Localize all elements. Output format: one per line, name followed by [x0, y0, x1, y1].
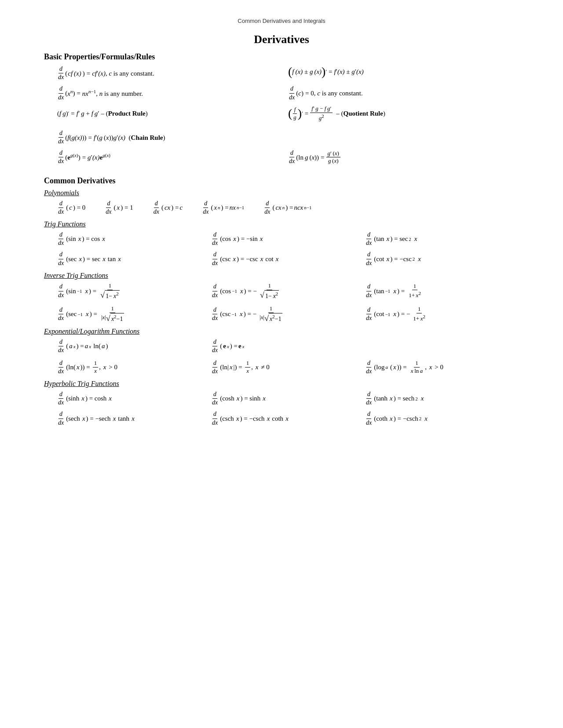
log-d-lnabs: d dx — [211, 359, 219, 375]
inv-d-csc: d dx — [211, 306, 219, 322]
poly-d2: d dx — [105, 200, 112, 216]
formula-xn: d dx ( xn ) = nxn−1, n is any number. — [57, 85, 288, 101]
inv-csc: d dx (csc−1 x) = − 1 |x| √ x2−1 — [211, 305, 365, 323]
log-loga: d dx (loga (x)) = 1 x ln a , x > 0 — [365, 359, 519, 375]
d-bot-c: dx — [288, 94, 296, 102]
poly-dxn: d dx (xn) = nxn−1 — [202, 200, 244, 216]
poly-d3: d dx — [153, 200, 160, 216]
polynomials-title: Polynomials — [44, 189, 519, 197]
inv-d-sin: d dx — [57, 283, 65, 299]
trig-d-csc: d dx — [211, 251, 219, 267]
exp-ax: d dx (ax) = ax ln(a) — [57, 338, 211, 354]
ln-result-frac: g′ (x) g (x) — [326, 150, 340, 165]
basic-r1-left: d dx ( cf (x) ) = cf′(x), c is any const… — [57, 65, 288, 85]
chain-eq: = — [88, 131, 92, 144]
ln-expr: ln g (x) — [298, 151, 317, 164]
explog-formulas: d dx (ax) = ax ln(a) d dx (ex) = ex — [57, 338, 519, 375]
poly-d4-bot: dx — [202, 208, 209, 216]
poly-d3-top: d — [154, 200, 159, 208]
formula-product: (f g) ′ = f′ g + f g′ – (Product Rule) — [57, 107, 288, 120]
cf-expr: cf — [68, 67, 73, 80]
formula-dc: d dx ( c ) = 0, c is any constant. — [288, 85, 519, 101]
hyp-d-cosh: d dx — [211, 390, 219, 407]
d-top-chain: d — [58, 129, 63, 138]
hyp-d-csch: d dx — [211, 410, 219, 426]
log-lnabs-frac: 1 x — [245, 360, 251, 375]
d-bot-chain: dx — [57, 138, 65, 146]
quot-result-top: f′ g − f g′ — [310, 105, 333, 113]
trig-tan: d dx (tan x) = sec2 x — [365, 231, 519, 247]
poly-dc: d dx (c) = 0 — [57, 200, 85, 216]
xn-paren-r: ) — [73, 87, 75, 100]
sum-paren-r: ) — [322, 66, 325, 78]
sum-result: f′(x) ± g′(x) — [334, 65, 363, 78]
inv-tan: d dx (tan−1 x) = 1 1+ x2 — [365, 283, 519, 300]
quot-result-frac: f′ g − f g′ g2 — [310, 105, 333, 122]
basic-row5: d dx ( eg(x) ) = g′(x)eg(x) — [57, 149, 519, 169]
trig-row2: d dx (sec x) = sec x tan x d dx (csc x) … — [57, 251, 519, 267]
inv-csc-frac: 1 |x| √ x2−1 — [258, 305, 284, 323]
hyp-d-sech: d dx — [57, 410, 65, 426]
formula-exp-gx: d dx ( eg(x) ) = g′(x)eg(x) — [57, 149, 288, 165]
quot-eq: = — [305, 107, 308, 120]
d-op-chain: d dx — [57, 129, 65, 146]
hyp-subsection: Hyperbolic Trig Functions d dx (sinh x) … — [44, 380, 519, 427]
dc-result: 0, c is any constant. — [311, 87, 362, 100]
basic-section-title: Basic Properties/Formulas/Rules — [44, 52, 519, 62]
sum-prime: ′ — [325, 66, 327, 77]
trig-d-sec: d dx — [57, 251, 65, 267]
d-op-1: d dx — [57, 65, 65, 81]
xn-eq: = — [77, 87, 80, 100]
inv-trig-formulas: d dx (sin−1 x) = 1 √ 1− x2 — [57, 282, 519, 323]
d-op-c: d dx — [288, 85, 296, 101]
d-bot-xn: dx — [57, 94, 65, 102]
inv-d-cos: d dx — [211, 283, 219, 299]
poly-d5-top: d — [265, 200, 270, 208]
poly-d2-top: d — [106, 200, 111, 208]
trig-formulas: d dx (sin x) = cos x d dx (cos x) = −sin… — [57, 231, 519, 267]
basic-row2: d dx ( xn ) = nxn−1, n is any number. — [57, 85, 519, 105]
cf-eq: = — [87, 67, 90, 80]
poly-d4-top: d — [203, 200, 208, 208]
inv-sec: d dx (sec−1 x) = 1 |x| √ x2−1 — [57, 305, 211, 323]
poly-dcx: d dx (cx) = c — [153, 200, 183, 216]
inv-d-sec: d dx — [57, 306, 65, 322]
xn-expr: xn — [67, 87, 73, 100]
basic-r3-right: ( f g ) ′ = f′ g − f g′ g2 — [288, 105, 519, 126]
trig-d-cot: d dx — [365, 251, 373, 267]
dc-paren-r: ) — [301, 87, 303, 100]
basic-r1-right: ( f (x) ± g (x) ) ′ = f′(x) ± g′(x) — [288, 65, 519, 82]
page-header: Common Derivatives and Integrals — [44, 18, 519, 24]
formula-chain: d dx ( f ( g(x) )) = f′(g (x))g′(x) (Cha… — [57, 129, 519, 146]
basic-r3-left: (f g) ′ = f′ g + f g′ – (Product Rule) — [57, 107, 288, 124]
d-op-ln: d dx — [288, 149, 296, 165]
explog-title: Exponential/Logarithm Functions — [44, 328, 519, 335]
trig-csc: d dx (csc x) = −csc x cot x — [211, 251, 365, 267]
chain-g: g(x) — [71, 131, 82, 144]
xn-result: nxn−1, n is any number. — [82, 87, 143, 100]
ln-result-top: g′ (x) — [326, 150, 340, 158]
d-top-c: d — [289, 85, 294, 93]
cf-paren-x: (x) — [73, 67, 83, 80]
exp-expr: eg(x) — [67, 150, 78, 164]
cf-paren-l: ( — [65, 67, 67, 80]
hyp-row1: d dx (sinh x) = cosh x d dx (cosh x) = s… — [57, 390, 519, 407]
cf-result: cf′(x), c is any constant. — [92, 67, 154, 80]
inv-sin-frac: 1 √ 1− x2 — [99, 282, 121, 300]
ln-paren-r: ) — [317, 151, 319, 164]
d-bot-ln: dx — [288, 157, 296, 165]
poly-d1: d dx — [57, 200, 65, 216]
exp-result: g′(x)eg(x) — [88, 150, 110, 164]
quot-frac-bot: g — [292, 114, 298, 121]
basic-row1: d dx ( cf (x) ) = cf′(x), c is any const… — [57, 65, 519, 85]
hyp-sech: d dx (sech x) = −sech x tanh x — [57, 410, 211, 426]
trig-d-tan: d dx — [365, 231, 373, 247]
hyp-formulas: d dx (sinh x) = cosh x d dx (cosh x) = s… — [57, 390, 519, 427]
quot-paren-l: ( — [288, 107, 292, 120]
trig-subsection: Trig Functions d dx (sin x) = cos x — [44, 220, 519, 267]
poly-formulas: d dx (c) = 0 d dx (x) = 1 — [57, 200, 519, 216]
exp-d-ex: d dx — [211, 338, 219, 354]
poly-d4: d dx — [202, 200, 209, 216]
dc-expr: c — [298, 87, 301, 100]
hyp-cosh: d dx (cosh x) = sinh x — [211, 390, 365, 407]
